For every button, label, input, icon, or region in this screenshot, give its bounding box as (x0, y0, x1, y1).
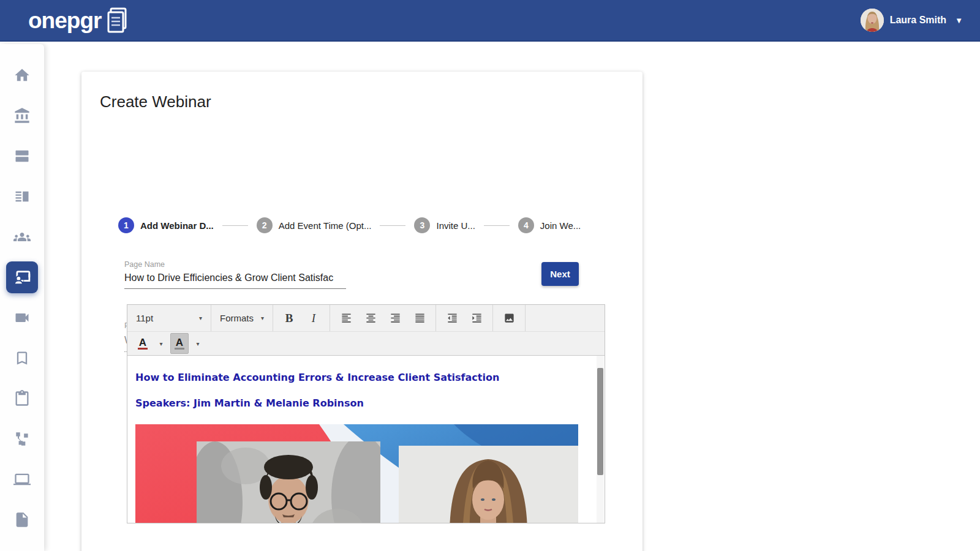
page-name-field-block: Page Name (124, 260, 346, 289)
node-tree-icon (13, 430, 31, 448)
highlight-color-caret-icon: ▾ (196, 340, 199, 347)
indent-button[interactable] (464, 308, 489, 329)
sidebar-item-contacts[interactable] (13, 228, 31, 246)
align-left-icon (341, 312, 352, 324)
step-3-circle: 3 (414, 217, 430, 233)
italic-button[interactable]: I (301, 308, 326, 329)
step-4-circle: 4 (518, 217, 534, 233)
toolbar-group-indent (436, 305, 493, 331)
page-name-label: Page Name (124, 260, 346, 269)
formats-select[interactable]: Formats ▾ (215, 308, 269, 329)
next-button[interactable]: Next (541, 262, 579, 286)
user-avatar (861, 9, 884, 32)
step-connector (380, 225, 405, 226)
sidebar-item-home[interactable] (13, 67, 31, 84)
step-1-label: Add Webinar D... (140, 220, 214, 231)
laptop-icon (13, 471, 31, 488)
home-icon (13, 67, 31, 84)
rich-text-editor: 11pt ▾ Formats ▾ B I (127, 304, 605, 523)
toolbar-spacer (526, 305, 605, 331)
text-color-button[interactable]: A (134, 333, 152, 354)
toolbar-group-align (330, 305, 436, 331)
step-2-circle: 2 (257, 217, 273, 233)
align-justify-button[interactable] (407, 308, 432, 329)
user-menu[interactable]: Laura Smith ▼ (861, 9, 963, 32)
create-webinar-card: Create Webinar 1 Add Webinar D... 2 Add … (81, 72, 643, 551)
speaker-photo-jim-martin (197, 441, 380, 523)
document-logo-icon (106, 7, 127, 33)
sidebar-item-webinar-active[interactable] (6, 261, 38, 293)
toolbar-group-fontsize: 11pt ▾ (127, 305, 211, 331)
step-4-label: Join We... (540, 220, 581, 231)
font-size-caret-icon: ▾ (199, 315, 202, 321)
webinar-heading-text: How to Eliminate Accounting Errors & Inc… (135, 372, 596, 383)
font-size-select[interactable]: 11pt ▾ (131, 308, 207, 329)
toolbar-group-insert (493, 305, 526, 331)
align-right-button[interactable] (383, 308, 407, 329)
user-menu-caret-icon: ▼ (955, 16, 963, 25)
sidebar-item-workflows[interactable] (13, 430, 31, 448)
insert-image-button[interactable] (497, 308, 521, 329)
sidebar-item-cards[interactable] (13, 148, 31, 165)
formats-label: Formats (220, 313, 254, 323)
align-left-button[interactable] (334, 308, 358, 329)
split-view-icon (13, 188, 31, 205)
webinar-speakers-text: Speakers: Jim Martin & Melanie Robinson (135, 397, 596, 409)
sidebar-item-documents[interactable] (13, 511, 31, 528)
user-name: Laura Smith (890, 15, 946, 26)
bookmark-icon (13, 350, 31, 367)
sidebar-item-institution[interactable] (13, 107, 31, 124)
sidebar-item-recordings[interactable] (13, 309, 31, 326)
page-title: Create Webinar (100, 92, 211, 111)
text-color-caret-button[interactable]: ▾ (154, 333, 168, 354)
page-name-input[interactable] (124, 269, 346, 289)
app-logo-text: onepgr (28, 9, 101, 32)
webinar-stepper: 1 Add Webinar D... 2 Add Event Time (Opt… (118, 217, 581, 233)
left-sidebar (0, 44, 44, 551)
editor-toolbar-row2: A ▾ A ▾ (127, 332, 605, 356)
step-connector (484, 225, 510, 226)
co-present-icon (13, 268, 31, 287)
step-2[interactable]: 2 Add Event Time (Opt... (257, 217, 372, 233)
step-connector (222, 225, 248, 226)
align-right-icon (390, 312, 401, 324)
highlight-color-caret-button[interactable]: ▾ (191, 333, 205, 354)
bank-icon (13, 107, 31, 124)
editor-content-area[interactable]: How to Eliminate Accounting Errors & Inc… (127, 356, 605, 523)
editor-toolbar-row1: 11pt ▾ Formats ▾ B I (127, 305, 605, 332)
formats-caret-icon: ▾ (261, 315, 264, 321)
sidebar-item-bookmarks[interactable] (13, 350, 31, 367)
text-color-caret-icon: ▾ (159, 340, 162, 347)
toolbar-group-style: B I (273, 305, 330, 331)
outdent-button[interactable] (440, 308, 464, 329)
bold-button[interactable]: B (277, 308, 301, 329)
groups-icon (13, 228, 31, 246)
editor-scrollbar-track[interactable] (597, 356, 604, 523)
align-justify-icon (414, 312, 426, 324)
file-icon (13, 511, 31, 528)
sidebar-item-devices[interactable] (13, 471, 31, 488)
sidebar-item-clipboard[interactable] (13, 390, 31, 407)
top-navbar: onepgr Laura Smith ▼ (0, 0, 980, 42)
stacked-cards-icon (13, 148, 31, 165)
sidebar-item-split-view[interactable] (13, 188, 31, 205)
align-center-button[interactable] (358, 308, 383, 329)
step-1[interactable]: 1 Add Webinar D... (118, 217, 214, 233)
editor-scrollbar-thumb[interactable] (597, 368, 603, 475)
font-size-value: 11pt (136, 313, 153, 323)
image-icon (503, 312, 515, 324)
clipboard-icon (13, 390, 31, 407)
speaker-photo-melanie-robinson (399, 446, 578, 523)
indent-icon (471, 312, 483, 324)
step-2-label: Add Event Time (Opt... (279, 220, 372, 231)
outdent-icon (447, 312, 458, 324)
step-3[interactable]: 3 Invite U... (414, 217, 475, 233)
step-1-circle: 1 (118, 217, 134, 233)
align-center-icon (365, 312, 377, 324)
highlight-color-button[interactable]: A (170, 333, 189, 354)
step-3-label: Invite U... (436, 220, 475, 231)
toolbar-group-formats: Formats ▾ (211, 305, 273, 331)
webinar-banner-image[interactable] (135, 424, 578, 523)
app-logo[interactable]: onepgr (28, 7, 127, 33)
step-4[interactable]: 4 Join We... (518, 217, 581, 233)
